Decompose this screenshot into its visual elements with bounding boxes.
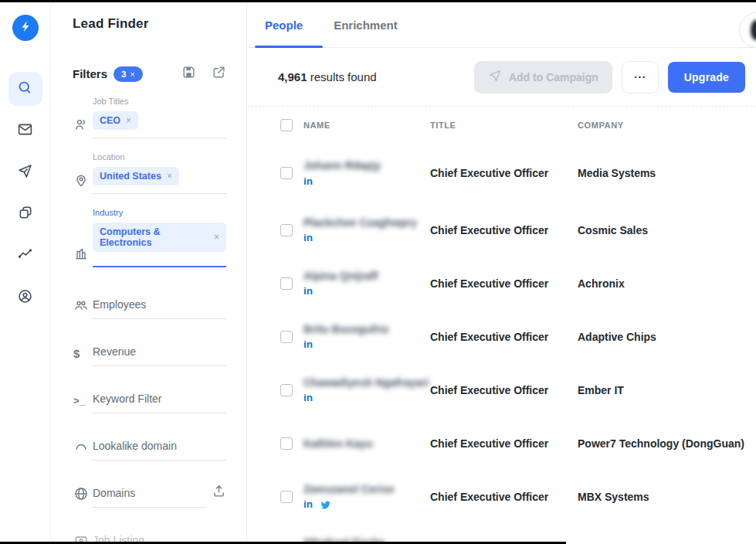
- app-window: Lead Finder Filters 3 ×: [0, 0, 756, 544]
- remove-chip-icon[interactable]: ×: [167, 171, 172, 182]
- row-checkbox[interactable]: [280, 167, 293, 179]
- filters-label: Filters: [73, 67, 107, 80]
- chip-label: Computers & Electronics: [100, 226, 208, 248]
- linkedin-icon[interactable]: in: [303, 393, 313, 403]
- table-row: Kathlen Kayu Chief Executive Officer Pow…: [247, 416, 756, 470]
- screenshot-top-border: [0, 0, 756, 2]
- lead-title: Chief Executive Officer: [430, 491, 578, 503]
- lead-title: Chief Executive Officer: [430, 437, 578, 450]
- user-avatar[interactable]: [739, 12, 756, 48]
- lead-name-cell: Johann Rdapjy in: [303, 159, 430, 187]
- linkedin-icon[interactable]: in: [303, 339, 313, 350]
- tab-enrichment[interactable]: Enrichment: [329, 19, 402, 47]
- column-header-title: TITLE: [430, 121, 578, 130]
- field-label: Industry: [93, 208, 226, 217]
- lead-name-blurred: Britu Bucegufrio: [303, 323, 430, 335]
- lead-name-blurred: Plackchee Czaghwpry: [303, 216, 430, 229]
- table-row: Britu Bucegufrio in Chief Executive Offi…: [247, 310, 756, 363]
- more-actions-button[interactable]: ...: [622, 61, 659, 94]
- table-row: Johann Rdapjy in Chief Executive Officer…: [247, 143, 756, 203]
- linkedin-icon[interactable]: in: [303, 499, 313, 510]
- row-checkbox[interactable]: [280, 491, 293, 503]
- lead-company: MBX Systems: [578, 491, 756, 503]
- toolbar-actions: Add to Campaign ... Upgrade: [474, 61, 745, 94]
- row-checkbox[interactable]: [280, 384, 293, 396]
- results-toolbar: 4,961 results found Add to Campaign ... …: [247, 48, 756, 107]
- terminal-icon: >_: [73, 389, 93, 413]
- ellipsis-icon: ...: [634, 67, 646, 80]
- row-checkbox[interactable]: [280, 224, 293, 236]
- upload-domains-button[interactable]: [207, 484, 226, 508]
- filter-field-domains[interactable]: Domains: [51, 484, 246, 508]
- linkedin-icon[interactable]: in: [303, 233, 313, 243]
- employees-icon: [73, 295, 93, 319]
- filter-field-keyword[interactable]: >_ Keyword Filter: [51, 389, 246, 413]
- row-checkbox[interactable]: [280, 331, 293, 343]
- results-count-text: 4,961 results found: [278, 70, 377, 83]
- people-icon: [73, 97, 93, 138]
- nav-item-campaigns[interactable]: [8, 155, 42, 189]
- twitter-icon[interactable]: [320, 499, 331, 511]
- dollar-icon: $: [73, 342, 93, 366]
- field-placeholder: Keyword Filter: [93, 389, 226, 405]
- filters-count-badge[interactable]: 3 ×: [114, 66, 143, 82]
- chip-label: United States: [100, 171, 161, 182]
- send-icon: [17, 163, 33, 182]
- social-links: in: [303, 499, 430, 511]
- clear-filters-icon[interactable]: ×: [130, 70, 134, 79]
- upload-icon: [212, 484, 226, 502]
- main-area: People Enrichment 4,961 results found Ad…: [247, 0, 756, 544]
- filter-chip-united-states[interactable]: United States ×: [93, 167, 179, 185]
- lead-company: Ember IT: [578, 384, 756, 396]
- results-count: 4,961: [278, 70, 307, 83]
- lead-company: Achronix: [578, 277, 756, 290]
- brand-logo[interactable]: [12, 15, 39, 41]
- lead-name-blurred: Chawadiyesh Ngafrayari: [303, 376, 430, 389]
- filter-sidebar: Lead Finder Filters 3 ×: [51, 0, 247, 544]
- account-icon: [17, 288, 33, 308]
- lead-name-cell: Britu Bucegufrio in: [303, 323, 430, 351]
- filter-field-industry[interactable]: Industry Computers & Electronics ×: [51, 208, 246, 267]
- nav-item-templates[interactable]: [8, 197, 42, 231]
- upgrade-button[interactable]: Upgrade: [668, 62, 745, 93]
- remove-chip-icon[interactable]: ×: [126, 115, 131, 126]
- open-saved-searches-button[interactable]: [212, 65, 226, 83]
- nav-item-account[interactable]: [8, 280, 42, 314]
- social-links: in: [303, 175, 430, 187]
- lead-name-blurred: Johann Rdapjy: [303, 159, 430, 172]
- table-row: Whafgad Fiorbe in Chief Executive Office…: [247, 523, 756, 544]
- table-row: Zweszanol Cerise in Chief Executive Offi…: [247, 470, 756, 523]
- add-to-campaign-button[interactable]: Add to Campaign: [474, 61, 612, 94]
- filter-field-job-titles[interactable]: Job Titles CEO ×: [51, 97, 246, 138]
- filter-field-lookalike-domain[interactable]: Lookalike domain: [51, 437, 246, 461]
- filter-chip-ceo[interactable]: CEO ×: [93, 111, 138, 130]
- filter-field-location[interactable]: Location United States ×: [51, 152, 246, 194]
- nav-item-mail[interactable]: [8, 114, 42, 148]
- nav-item-search[interactable]: [8, 72, 42, 106]
- nav-item-analytics[interactable]: [8, 239, 42, 273]
- select-all-checkbox[interactable]: [280, 119, 293, 131]
- tab-people[interactable]: People: [260, 19, 307, 47]
- lead-title: Chief Executive Officer: [430, 167, 578, 179]
- row-checkbox[interactable]: [280, 277, 293, 290]
- save-search-button[interactable]: [181, 65, 196, 83]
- filter-field-employees[interactable]: Employees: [51, 295, 246, 319]
- linkedin-icon[interactable]: in: [303, 176, 313, 187]
- row-checkbox[interactable]: [280, 437, 293, 450]
- social-links: in: [303, 339, 430, 351]
- remove-chip-icon[interactable]: ×: [214, 232, 219, 243]
- globe-icon: [73, 484, 93, 508]
- field-placeholder: Employees: [93, 295, 226, 311]
- lead-name-blurred: Kathlen Kayu: [303, 437, 430, 450]
- copy-icon: [18, 205, 33, 223]
- lead-company: Power7 Technology (DongGuan): [578, 437, 756, 450]
- main-header: People Enrichment: [247, 0, 756, 48]
- lead-company: Media Systems: [578, 167, 756, 179]
- external-link-icon: [212, 65, 226, 83]
- column-header-name: NAME: [303, 121, 430, 130]
- filter-field-revenue[interactable]: $ Revenue: [51, 342, 246, 366]
- chip-label: CEO: [100, 115, 120, 126]
- filter-chip-computers-electronics[interactable]: Computers & Electronics ×: [93, 223, 226, 252]
- linkedin-icon[interactable]: in: [303, 286, 313, 297]
- lead-title: Chief Executive Officer: [430, 224, 578, 236]
